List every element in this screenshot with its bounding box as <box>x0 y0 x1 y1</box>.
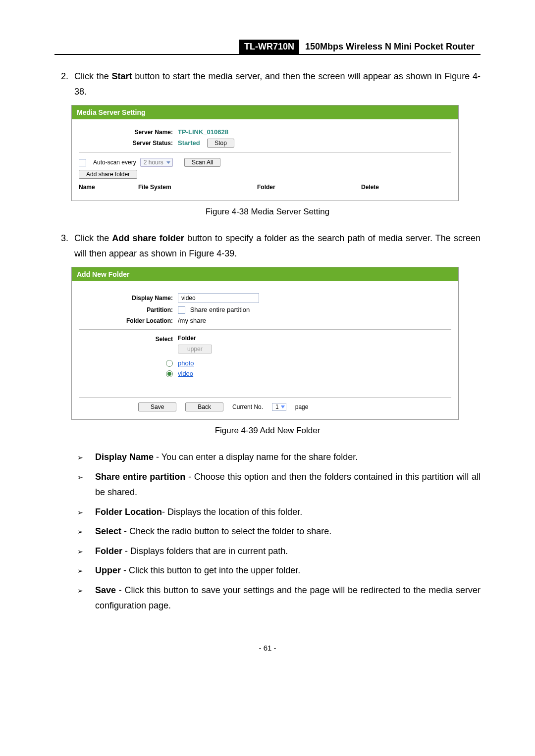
chevron-down-icon <box>166 161 170 164</box>
model-desc: 150Mbps Wireless N Mini Pocket Router <box>299 40 481 54</box>
figure-caption-b: Figure 4-39 Add New Folder <box>54 426 481 436</box>
bullet-bold: Save <box>95 585 116 595</box>
t: Click the <box>74 233 112 243</box>
upper-button[interactable]: upper <box>178 345 212 353</box>
chevron-right-icon: ➢ <box>74 563 86 579</box>
t: button to start the media server, and th… <box>74 71 481 97</box>
select-label: Select <box>79 335 178 343</box>
autoscan-checkbox[interactable] <box>79 159 86 166</box>
folder-column-head: Folder <box>178 335 212 342</box>
t: Click the <box>74 71 112 81</box>
bullet-bold: Upper <box>95 565 121 575</box>
bullet-bold: Share entire partition <box>95 472 185 482</box>
bullet-item: ➢ Folder - Displays folders that are in … <box>74 544 481 559</box>
bullet-item: ➢ Upper - Click this button to get into … <box>74 563 481 579</box>
figure-caption-a: Figure 4-38 Media Server Setting <box>54 207 481 217</box>
folder-link-photo[interactable]: photo <box>178 359 194 367</box>
server-name-value: TP-LINK_010628 <box>178 128 228 136</box>
col-folder: Folder <box>257 184 361 191</box>
bullet-bold: Select <box>95 526 121 536</box>
panel-title: Add New Folder <box>72 267 458 281</box>
model-badge: TL-WR710N <box>239 40 299 54</box>
bullet-item: ➢ Folder Location- Displays the location… <box>74 504 481 520</box>
bold-word: Start <box>112 71 132 81</box>
share-partition-text: Share entire partition <box>190 306 250 313</box>
chevron-right-icon: ➢ <box>74 504 86 520</box>
step-text: Click the Add share folder button to spe… <box>74 231 481 261</box>
autoscan-value: 2 hours <box>144 159 163 166</box>
back-button[interactable]: Back <box>185 403 223 411</box>
bold-word: Add share folder <box>112 233 184 243</box>
step-text: Click the Start button to start the medi… <box>74 69 481 99</box>
folder-link-video[interactable]: video <box>178 370 193 377</box>
chevron-down-icon <box>281 405 285 408</box>
page-number: - 61 - <box>54 644 481 652</box>
folder-radio-photo[interactable] <box>166 360 173 367</box>
bullet-rest: - Click this button to get into the uppe… <box>121 565 300 575</box>
share-partition-checkbox[interactable] <box>178 306 185 314</box>
step-3: 3. Click the Add share folder button to … <box>54 231 481 261</box>
panel-title: Media Server Setting <box>72 105 458 119</box>
page-value: 1 <box>275 403 279 410</box>
display-name-label: Display Name: <box>79 295 178 302</box>
current-no-label: Current No. <box>232 403 263 410</box>
chevron-right-icon: ➢ <box>74 524 86 540</box>
bullet-item: ➢ Share entire partition - Choose this o… <box>74 469 481 501</box>
chevron-right-icon: ➢ <box>74 450 86 465</box>
folder-location-label: Folder Location: <box>79 317 178 324</box>
page-suffix: page <box>295 403 309 410</box>
col-delete: Delete <box>361 184 411 191</box>
stop-button[interactable]: Stop <box>207 139 234 148</box>
autoscan-label: Auto-scan every <box>93 159 136 166</box>
bullet-rest: - Click this button to save your setting… <box>95 585 481 611</box>
add-share-folder-button[interactable]: Add share folder <box>79 170 137 179</box>
col-filesystem: File System <box>138 184 257 191</box>
chevron-right-icon: ➢ <box>74 583 86 614</box>
add-new-folder-panel: Add New Folder Display Name: video Parti… <box>71 267 459 420</box>
bullet-rest: - Displays the location of this folder. <box>162 507 302 517</box>
page-select[interactable]: 1 <box>272 403 286 411</box>
server-status-label: Server Status: <box>79 140 178 147</box>
autoscan-select[interactable]: 2 hours <box>140 158 173 167</box>
scan-all-button[interactable]: Scan All <box>184 158 220 167</box>
bullet-bold: Display Name <box>95 452 154 462</box>
save-button[interactable]: Save <box>138 403 176 411</box>
step-number: 3. <box>54 231 68 261</box>
partition-label: Partition: <box>79 306 178 313</box>
server-name-label: Server Name: <box>79 129 178 136</box>
bullet-bold: Folder Location <box>95 507 162 517</box>
col-name: Name <box>79 184 138 191</box>
server-status-value: Started <box>178 139 200 147</box>
step-2: 2. Click the Start button to start the m… <box>54 69 481 99</box>
table-header: Name File System Folder Delete <box>79 182 451 194</box>
bullet-rest: - You can enter a display name for the s… <box>154 452 358 462</box>
bullet-item: ➢ Save - Click this button to save your … <box>74 583 481 614</box>
bullet-item: ➢ Display Name - You can enter a display… <box>74 450 481 465</box>
chevron-right-icon: ➢ <box>74 544 86 559</box>
bullet-bold: Folder <box>95 546 122 556</box>
doc-header: TL-WR710N 150Mbps Wireless N Mini Pocket… <box>54 40 481 54</box>
step-number: 2. <box>54 69 68 99</box>
display-name-input[interactable]: video <box>178 293 259 303</box>
chevron-right-icon: ➢ <box>74 469 86 501</box>
folder-radio-video[interactable] <box>166 370 173 377</box>
bullet-rest: - Displays folders that are in current p… <box>122 546 288 556</box>
folder-location-value: /my share <box>178 317 206 324</box>
bullet-item: ➢ Select - Check the radio button to sel… <box>74 524 481 540</box>
bullet-rest: - Check the radio button to select the f… <box>121 526 331 536</box>
media-server-panel: Media Server Setting Server Name: TP-LIN… <box>71 105 459 201</box>
